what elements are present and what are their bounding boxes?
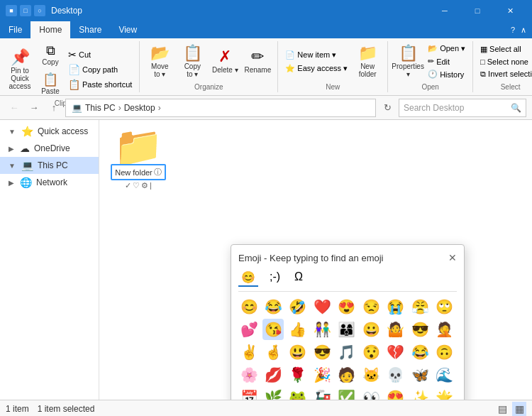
properties-button[interactable]: 📋 Properties ▾ bbox=[392, 43, 423, 81]
emoji-cell[interactable]: 😎 bbox=[409, 319, 431, 340]
emoji-cell[interactable]: 😤 bbox=[409, 296, 431, 317]
emoji-cell[interactable]: 🤦 bbox=[434, 319, 455, 340]
edit-button[interactable]: ✏ Edit bbox=[425, 55, 468, 67]
emoji-cell[interactable]: 😍 bbox=[336, 296, 358, 317]
address-bar[interactable]: 💻 This PC › Desktop › bbox=[65, 99, 376, 117]
new-group: 📄 New item ▾ ⭐ Easy access ▾ 📁 Newfolder… bbox=[278, 41, 388, 92]
folder-action-check[interactable]: ✓ bbox=[125, 181, 131, 190]
emoji-cell[interactable]: 🙃 bbox=[434, 341, 455, 363]
emoji-cell[interactable]: 🐱 bbox=[360, 364, 382, 385]
emoji-cell[interactable]: 🦋 bbox=[409, 364, 431, 385]
minimize-button[interactable]: ─ bbox=[428, 0, 461, 21]
back-button[interactable]: ← bbox=[6, 99, 23, 116]
ribbon-help-icon[interactable]: ? bbox=[511, 26, 515, 34]
copy-path-button[interactable]: 📄 Copy path bbox=[65, 62, 135, 77]
maximize-button[interactable]: □ bbox=[461, 0, 494, 21]
emoji-cell[interactable]: 👨‍👩‍👦 bbox=[336, 319, 358, 340]
select-none-button[interactable]: □ Select none bbox=[477, 56, 532, 67]
copy-button[interactable]: ⧉ Copy bbox=[37, 41, 64, 69]
up-button[interactable]: ↑ bbox=[45, 99, 62, 116]
emoji-cell[interactable]: 😃 bbox=[287, 341, 309, 363]
sidebar-item-onedrive[interactable]: ▶ ☁ OneDrive bbox=[0, 140, 99, 157]
emoji-cell[interactable]: 😂 bbox=[262, 296, 284, 317]
folder-action-gear[interactable]: ⚙ bbox=[141, 181, 148, 190]
emoji-cell[interactable]: 🌟 bbox=[434, 387, 455, 400]
emoji-cell[interactable]: 🌸 bbox=[238, 364, 260, 385]
emoji-cell[interactable]: 🚂 bbox=[311, 387, 333, 400]
tab-home[interactable]: Home bbox=[31, 21, 70, 38]
emoji-cell[interactable]: 😒 bbox=[360, 296, 382, 317]
emoji-cell[interactable]: 🎉 bbox=[311, 364, 333, 385]
sidebar-item-network[interactable]: ▶ 🌐 Network bbox=[0, 174, 99, 191]
sidebar-item-quick-access[interactable]: ▼ ⭐ Quick access bbox=[0, 123, 99, 140]
file-area[interactable]: 📁 New folder ⓘ ✓ ♡ ⚙ | Emoji - Keep typi… bbox=[99, 120, 532, 400]
pin-to-quick-access-button[interactable]: 📌 Pin to Quickaccess bbox=[4, 47, 35, 93]
emoji-cell[interactable]: 🌿 bbox=[262, 387, 284, 400]
rename-button[interactable]: ✏ Rename bbox=[242, 46, 273, 77]
emoji-cell[interactable]: 😍 bbox=[385, 387, 406, 400]
select-all-button[interactable]: ▦ Select all bbox=[477, 43, 532, 55]
emoji-cell[interactable]: 🌊 bbox=[434, 364, 455, 385]
folder-action-heart[interactable]: ♡ bbox=[133, 181, 140, 190]
emoji-cell[interactable]: 💕 bbox=[238, 319, 260, 340]
refresh-button[interactable]: ↻ bbox=[379, 99, 396, 116]
emoji-cell[interactable]: 🌹 bbox=[287, 364, 309, 385]
sidebar-item-this-pc[interactable]: ▼ 💻 This PC bbox=[0, 157, 99, 174]
emoji-cell[interactable]: 😀 bbox=[360, 319, 382, 340]
emoji-cell[interactable]: 🤷 bbox=[385, 319, 406, 340]
emoji-cell[interactable]: 📅 bbox=[238, 387, 260, 400]
emoji-cell[interactable]: 🤣 bbox=[287, 296, 309, 317]
forward-button[interactable]: → bbox=[26, 99, 43, 116]
new-folder-button[interactable]: 📁 Newfolder bbox=[352, 43, 383, 81]
new-item-button[interactable]: 📄 New item ▾ bbox=[282, 49, 350, 61]
easy-access-button[interactable]: ⭐ Easy access ▾ bbox=[282, 62, 350, 75]
move-to-button[interactable]: 📂 Moveto ▾ bbox=[144, 43, 175, 81]
emoji-cell[interactable]: 👫 bbox=[311, 319, 333, 340]
breadcrumb-this-pc[interactable]: This PC bbox=[85, 103, 116, 113]
folder-action-cursor: | bbox=[150, 181, 152, 190]
open-button[interactable]: 📂 Open ▾ bbox=[425, 43, 468, 55]
emoji-cell[interactable]: 🧑 bbox=[336, 364, 358, 385]
emoji-cell[interactable]: ✨ bbox=[409, 387, 431, 400]
emoji-cell[interactable]: 👀 bbox=[360, 387, 382, 400]
emoji-cell[interactable]: 😎 bbox=[311, 341, 333, 363]
emoji-tab-classic[interactable]: ;-) bbox=[267, 269, 283, 287]
emoji-cell[interactable]: 🙄 bbox=[434, 296, 455, 317]
paste-shortcut-button[interactable]: 📋 Paste shortcut bbox=[65, 77, 135, 92]
emoji-cell[interactable]: 😊 bbox=[238, 296, 260, 317]
search-label: Search Desktop bbox=[404, 103, 464, 113]
emoji-cell[interactable]: 🐸 bbox=[287, 387, 309, 400]
list-view-button[interactable]: ▤ bbox=[495, 402, 509, 416]
emoji-cell[interactable]: 💀 bbox=[385, 364, 406, 385]
emoji-cell[interactable]: 😭 bbox=[385, 296, 406, 317]
emoji-tab-smiley[interactable]: 😊 bbox=[238, 269, 258, 287]
emoji-cell[interactable]: 👍 bbox=[287, 319, 309, 340]
emoji-cell[interactable]: 🎵 bbox=[336, 341, 358, 363]
emoji-cell[interactable]: 😯 bbox=[360, 341, 382, 363]
ribbon-collapse-icon[interactable]: ∧ bbox=[521, 26, 526, 35]
emoji-picker-close-button[interactable]: ✕ bbox=[448, 252, 457, 263]
close-button[interactable]: ✕ bbox=[494, 0, 526, 21]
tab-view[interactable]: View bbox=[110, 21, 145, 38]
history-button[interactable]: 🕐 History bbox=[425, 68, 468, 80]
copy-to-button[interactable]: 📋 Copyto ▾ bbox=[177, 43, 208, 81]
emoji-cell[interactable]: 🤞 bbox=[262, 341, 284, 363]
delete-button[interactable]: ✗ Delete ▾ bbox=[209, 46, 240, 77]
emoji-cell[interactable]: 💔 bbox=[385, 341, 406, 363]
search-box[interactable]: Search Desktop 🔍 bbox=[399, 99, 526, 117]
tab-file[interactable]: File bbox=[0, 21, 31, 38]
cut-button[interactable]: ✂ Cut bbox=[65, 48, 135, 62]
paste-button[interactable]: 📋 Paste bbox=[37, 70, 64, 98]
emoji-tab-symbols[interactable]: Ω bbox=[292, 269, 306, 287]
breadcrumb-desktop[interactable]: Desktop bbox=[124, 103, 155, 113]
emoji-cell[interactable]: ✅ bbox=[336, 387, 358, 400]
emoji-cell[interactable]: 😂 bbox=[409, 341, 431, 363]
emoji-cell[interactable]: ✌️ bbox=[238, 341, 260, 363]
emoji-cell[interactable]: 💋 bbox=[262, 364, 284, 385]
icon-view-button[interactable]: ▦ bbox=[512, 402, 526, 416]
tab-share[interactable]: Share bbox=[70, 21, 110, 38]
emoji-cell-selected[interactable]: 😘 bbox=[262, 319, 284, 340]
folder-item[interactable]: 📁 New folder ⓘ ✓ ♡ ⚙ | bbox=[106, 127, 170, 190]
emoji-cell[interactable]: ❤️ bbox=[311, 296, 333, 317]
invert-selection-button[interactable]: ⧉ Invert selection bbox=[477, 68, 532, 80]
